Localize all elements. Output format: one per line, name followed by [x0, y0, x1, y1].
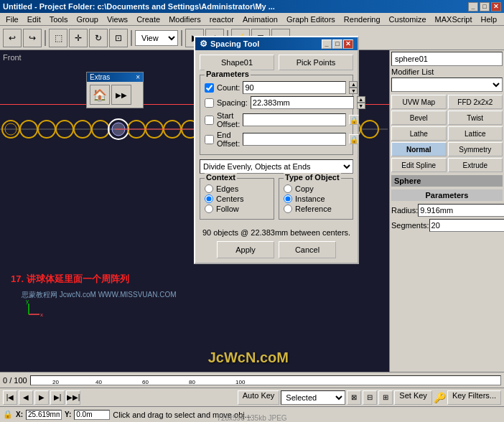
- dialog-footer: Apply Cancel: [200, 241, 353, 258]
- dialog-minimize[interactable]: _: [322, 39, 332, 49]
- minimize-button[interactable]: _: [468, 2, 478, 11]
- menu-maxscript[interactable]: MAXScript: [431, 14, 477, 24]
- copy-radio[interactable]: [284, 184, 292, 193]
- undo-button[interactable]: ↩: [3, 29, 22, 47]
- spacing-label: Spacing:: [217, 98, 248, 107]
- segments-input[interactable]: [429, 219, 504, 232]
- mod-ffd[interactable]: FFD 2x2x2: [448, 95, 503, 109]
- context-group-label: Context: [205, 173, 237, 182]
- selected-dropdown[interactable]: Selected: [281, 390, 345, 405]
- start-offset-input[interactable]: [243, 113, 346, 126]
- extras-panel: Extras × 🏠 ▶▶: [86, 72, 144, 108]
- spacing-down[interactable]: ▼: [357, 103, 365, 109]
- radius-row: Radius: ▲ ▼: [391, 204, 503, 217]
- menu-help[interactable]: Help: [477, 14, 502, 24]
- menu-customize[interactable]: Customize: [385, 14, 431, 24]
- maximize-button[interactable]: □: [480, 2, 490, 11]
- radius-input[interactable]: [418, 204, 504, 217]
- file-info: 728x596 135kb JPEG: [217, 414, 286, 422]
- transport-prev-key[interactable]: |◀: [3, 390, 17, 405]
- menu-tools[interactable]: Tools: [45, 14, 73, 24]
- rotate-button[interactable]: ↻: [89, 29, 108, 47]
- y-input[interactable]: [74, 410, 110, 420]
- mod-normal[interactable]: Normal: [391, 142, 447, 156]
- menu-graph-editors[interactable]: Graph Editors: [282, 14, 340, 24]
- end-offset-input[interactable]: [243, 133, 346, 146]
- mod-extrude[interactable]: Extrude: [448, 158, 503, 172]
- mod-bevel[interactable]: Bevel: [391, 111, 447, 125]
- spacing-spinner[interactable]: ▲ ▼: [357, 96, 365, 109]
- menu-reactor[interactable]: reactor: [205, 14, 238, 24]
- count-spinner[interactable]: ▲ ▼: [349, 81, 358, 94]
- menu-modifiers[interactable]: Modifiers: [164, 14, 205, 24]
- key-filters-button[interactable]: Key Filters...: [447, 390, 501, 405]
- x-input[interactable]: [26, 410, 62, 420]
- count-checkbox[interactable]: [205, 83, 214, 93]
- spacing-checkbox[interactable]: [205, 98, 214, 108]
- view-dropdown[interactable]: View: [135, 30, 178, 46]
- follow-radio[interactable]: [205, 205, 213, 213]
- svg-text:20: 20: [52, 379, 59, 385]
- divide-combo[interactable]: Divide Evenly, Objects at Ends: [200, 159, 353, 174]
- params-section-label: Parameters: [391, 189, 503, 201]
- end-offset-checkbox[interactable]: [205, 135, 214, 144]
- centers-radio-row: Centers: [205, 194, 269, 203]
- shape-button[interactable]: Shape01: [200, 55, 274, 70]
- menu-views[interactable]: Views: [103, 14, 132, 24]
- menu-edit[interactable]: Edit: [23, 14, 45, 24]
- pick-points-button[interactable]: Pick Points: [279, 55, 353, 70]
- dialog-close[interactable]: ✕: [343, 39, 353, 49]
- select-button[interactable]: ⬚: [49, 29, 67, 47]
- menu-create[interactable]: Create: [132, 14, 164, 24]
- move-button[interactable]: ✛: [69, 29, 88, 47]
- menu-rendering[interactable]: Rendering: [340, 14, 385, 24]
- context-group: Context Edges Centers Follow: [200, 178, 274, 220]
- mod-twist[interactable]: Twist: [448, 111, 503, 125]
- mod-lattice[interactable]: Lattice: [448, 126, 503, 141]
- mod-uwv-map[interactable]: UVW Map: [391, 95, 447, 109]
- spacing-input[interactable]: [251, 96, 354, 109]
- mod-edit-spline[interactable]: Edit Spline: [391, 158, 447, 172]
- count-down[interactable]: ▼: [349, 88, 358, 94]
- edges-radio[interactable]: [205, 184, 213, 193]
- transport-play[interactable]: ▶: [34, 390, 49, 405]
- extras-icon-1[interactable]: 🏠: [90, 85, 110, 105]
- key-icon[interactable]: 🔑: [434, 392, 446, 403]
- close-button[interactable]: ✕: [491, 2, 501, 11]
- menu-file[interactable]: File: [1, 14, 23, 24]
- apply-button[interactable]: Apply: [217, 241, 274, 258]
- end-offset-lock[interactable]: 🔒: [349, 134, 359, 144]
- transport-btn-extra1[interactable]: ⊠: [347, 390, 361, 405]
- set-key-button[interactable]: Set Key: [394, 390, 432, 405]
- menu-animation[interactable]: Animation: [238, 14, 282, 24]
- transport-btn-extra3[interactable]: ⊞: [378, 390, 393, 405]
- mod-symmetry[interactable]: Symmetry: [448, 142, 503, 156]
- object-name-input[interactable]: [391, 52, 503, 66]
- reference-radio[interactable]: [284, 205, 292, 213]
- auto-key-button[interactable]: Auto Key: [238, 390, 280, 405]
- instance-radio[interactable]: [284, 194, 292, 203]
- timeline-slider[interactable]: 20 40 60 80 100: [30, 375, 501, 385]
- dialog-maximize[interactable]: □: [332, 39, 342, 49]
- redo-button[interactable]: ↪: [23, 29, 42, 47]
- mod-lathe[interactable]: Lathe: [391, 126, 447, 141]
- radius-label: Radius:: [391, 206, 418, 215]
- modifier-list-combo[interactable]: [391, 78, 503, 92]
- transport-prev[interactable]: ◀: [19, 390, 33, 405]
- spacing-tool-dialog: ⚙ Spacing Tool _ □ ✕ Shape01 Pick Points…: [194, 36, 359, 264]
- transport-next-key[interactable]: ▶▶|: [66, 390, 80, 405]
- count-input[interactable]: [243, 81, 346, 94]
- transport-btn-extra2[interactable]: ⊟: [363, 390, 377, 405]
- cancel-button[interactable]: Cancel: [279, 241, 336, 258]
- edges-radio-row: Edges: [205, 184, 269, 193]
- spacing-up[interactable]: ▲: [357, 96, 365, 103]
- scale-button[interactable]: ⊡: [109, 29, 128, 47]
- start-offset-checkbox[interactable]: [205, 116, 214, 125]
- transport-next[interactable]: ▶|: [50, 390, 65, 405]
- count-up[interactable]: ▲: [349, 81, 358, 88]
- start-offset-lock[interactable]: 🔒: [349, 115, 359, 125]
- extras-icon-2[interactable]: ▶▶: [111, 85, 131, 105]
- centers-radio[interactable]: [205, 194, 213, 203]
- extras-close-icon[interactable]: ×: [136, 73, 140, 81]
- menu-group[interactable]: Group: [72, 14, 103, 24]
